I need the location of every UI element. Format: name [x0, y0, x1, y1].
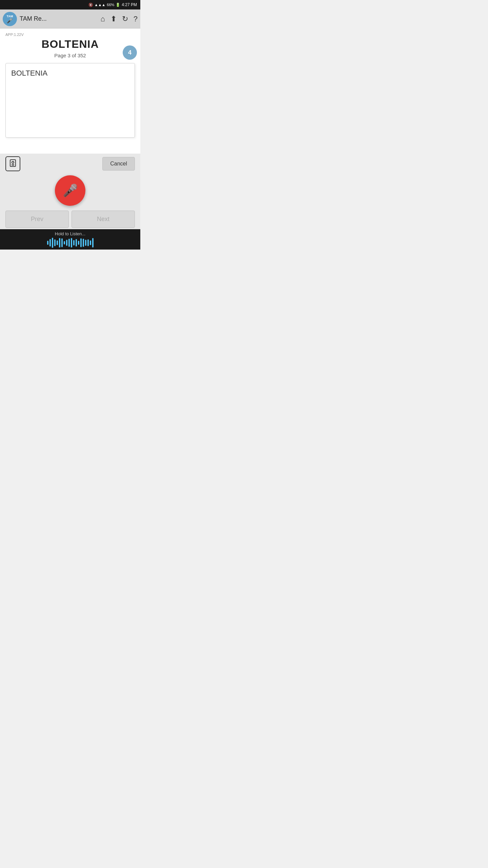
wave-bar	[59, 238, 60, 248]
mic-icon: 🎤	[63, 183, 78, 198]
wave-bar	[90, 240, 91, 245]
waveform	[47, 238, 94, 248]
mic-device-icon[interactable]	[5, 156, 20, 171]
cancel-button[interactable]: Cancel	[102, 157, 135, 171]
wave-bar	[64, 241, 65, 244]
wave-bar	[78, 241, 79, 245]
page-badge[interactable]: 4	[123, 45, 137, 60]
wave-bar	[92, 238, 94, 248]
main-content: APP:1.22V BOLTENIA Page 3 of 352 4 BOLTE…	[0, 28, 140, 154]
controls-area: Cancel 🎤 Prev Next	[0, 154, 140, 229]
app-title: TAM Re...	[20, 15, 98, 22]
logo-text: TAM	[7, 15, 13, 18]
content-word: BOLTENIA	[11, 69, 47, 77]
wave-bar	[47, 241, 48, 245]
svg-point-2	[12, 161, 14, 163]
wave-bar	[80, 238, 82, 247]
page-title: BOLTENIA	[5, 38, 135, 51]
wave-bar	[73, 240, 75, 245]
wave-bar	[52, 238, 53, 248]
wave-bar	[49, 239, 51, 246]
app-header: TAM 🎤 TAM Re... ⌂ ⬆ ↻ ?	[0, 9, 140, 28]
wave-bar	[83, 239, 84, 247]
top-controls: Cancel	[5, 156, 135, 171]
time-display: 4:27 PM	[122, 2, 137, 7]
wave-bar	[71, 238, 72, 248]
record-button[interactable]: 🎤	[55, 175, 85, 206]
next-button[interactable]: Next	[72, 211, 135, 228]
logo-mic-icon: 🎤	[7, 18, 13, 23]
header-icons: ⌂ ⬆ ↻ ?	[100, 15, 138, 23]
nav-buttons: Prev Next	[5, 211, 135, 228]
wave-bar	[61, 238, 63, 247]
svg-rect-1	[12, 164, 14, 165]
wave-bar	[68, 239, 70, 247]
status-icons: 🔇 ▲▲▲ 66% 🔋 4:27 PM	[88, 2, 137, 7]
wave-bar	[76, 239, 77, 246]
wave-bar	[57, 240, 58, 245]
page-info: Page 3 of 352	[5, 53, 135, 58]
refresh-icon[interactable]: ↻	[122, 15, 128, 23]
upload-icon[interactable]: ⬆	[110, 15, 117, 23]
status-bar: 🔇 ▲▲▲ 66% 🔋 4:27 PM	[0, 0, 140, 9]
wave-bar	[87, 239, 89, 246]
app-logo[interactable]: TAM 🎤	[3, 12, 17, 26]
prev-button[interactable]: Prev	[5, 211, 69, 228]
home-icon[interactable]: ⌂	[100, 15, 105, 23]
help-icon[interactable]: ?	[134, 15, 138, 23]
audio-bar[interactable]: Hold to Listen...	[0, 229, 140, 250]
wave-bar	[54, 239, 56, 246]
battery-icon: 🔋	[116, 3, 120, 7]
signal-icon: ▲▲▲	[95, 3, 106, 7]
mute-icon: 🔇	[88, 3, 93, 7]
wave-bar	[85, 240, 86, 246]
wave-bar	[66, 240, 67, 246]
content-card: BOLTENIA	[5, 63, 135, 138]
app-version: APP:1.22V	[5, 33, 135, 37]
battery-level: 66%	[107, 3, 114, 7]
hold-to-listen-label: Hold to Listen...	[55, 231, 85, 236]
